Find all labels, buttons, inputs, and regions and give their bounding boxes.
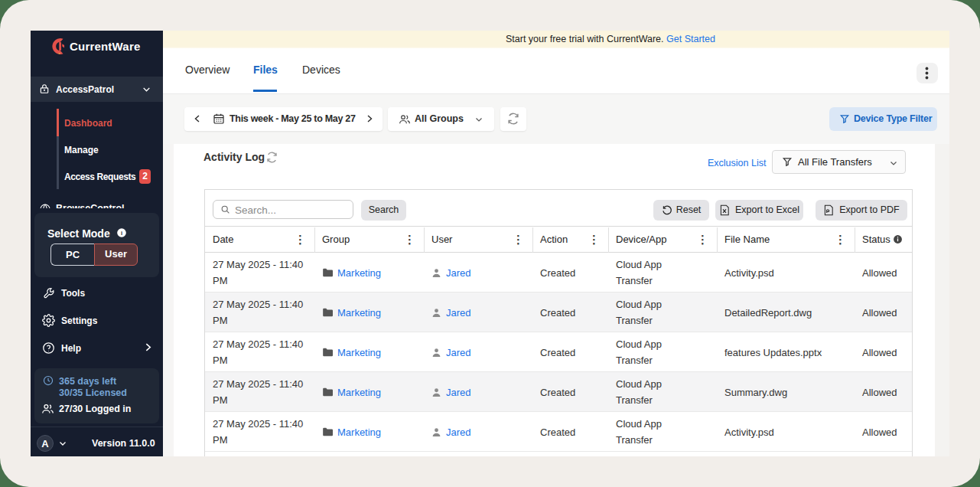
svg-text:i: i xyxy=(121,230,122,237)
